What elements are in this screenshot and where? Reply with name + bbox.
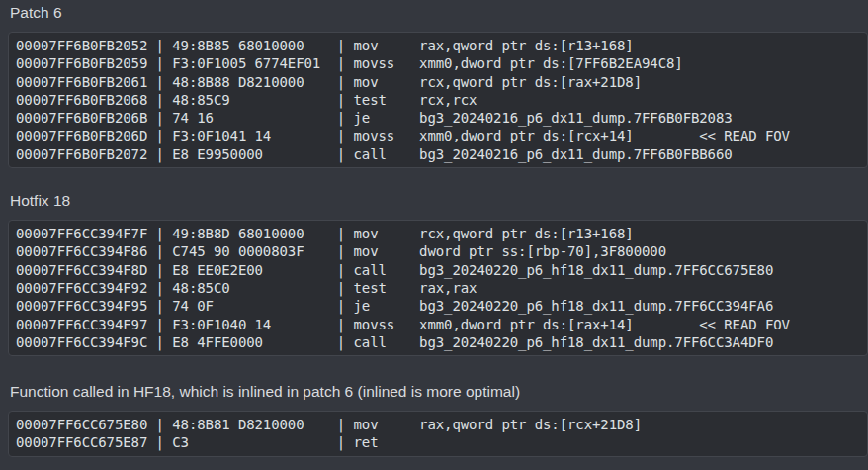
section-heading: Hotfix 18 [10, 191, 868, 211]
asm-code-block: 00007FF6CC394F7F | 49:8B8D 68010000 | mo… [8, 220, 868, 356]
section-heading: Function called in HF18, which is inline… [10, 382, 868, 402]
section-hotfix18: Hotfix 18 00007FF6CC394F7F | 49:8B8D 680… [8, 168, 868, 356]
section-inlined-function: Function called in HF18, which is inline… [8, 356, 868, 457]
asm-code-block: 00007FF6CC675E80 | 48:8B81 D8210000 | mo… [8, 411, 868, 457]
section-heading: Patch 6 [10, 3, 868, 23]
message-content: Patch 6 00007FF6B0FB2052 | 49:8B85 68010… [0, 0, 868, 470]
asm-code-block: 00007FF6B0FB2052 | 49:8B85 68010000 | mo… [8, 32, 868, 168]
section-patch6: Patch 6 00007FF6B0FB2052 | 49:8B85 68010… [8, 0, 868, 168]
